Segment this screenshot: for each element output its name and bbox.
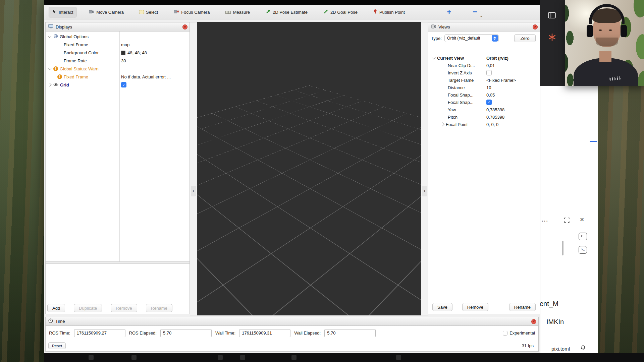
color-swatch[interactable]	[121, 51, 125, 55]
chevron-down-icon[interactable]	[48, 66, 51, 70]
scrollbar-thumb[interactable]	[562, 241, 564, 255]
row-value[interactable]: 0; 0; 0	[486, 122, 540, 127]
terminal-icon[interactable]	[579, 233, 587, 240]
view-row-near-clip[interactable]: Near Clip Di... 0,01	[428, 62, 540, 69]
view-row-focal-shape-size[interactable]: Focal Shap... 0,05	[428, 91, 540, 99]
tool-label: 2D Pose Estimate	[273, 10, 308, 15]
rename-view-button[interactable]: Rename	[509, 303, 536, 311]
tool-interact[interactable]: Interact	[49, 7, 76, 17]
row-label: Invert Z Axis	[448, 70, 472, 75]
close-icon[interactable]	[531, 319, 536, 324]
time-panel-titlebar[interactable]: Time	[46, 317, 538, 326]
row-value[interactable]: 10	[486, 85, 540, 90]
dock-icon[interactable]	[218, 355, 223, 360]
ros-time-field[interactable]: 1761150909.27	[74, 329, 125, 337]
close-icon[interactable]	[580, 216, 584, 223]
taskbar[interactable]	[44, 353, 644, 362]
combo-stepper-icon[interactable]	[492, 35, 498, 42]
red-asterisk-icon[interactable]	[548, 34, 556, 42]
displays-tree: Global Options Fixed Frame map Backgroun…	[46, 32, 190, 262]
terminal-icon[interactable]	[579, 246, 587, 254]
add-tool-button[interactable]	[445, 8, 453, 17]
tool-focus-camera[interactable]: Focus Camera	[170, 7, 213, 17]
remove-display-button[interactable]: Remove	[111, 304, 137, 312]
experimental-checkbox[interactable]	[503, 331, 507, 336]
tool-2d-goal-pose[interactable]: 2D Goal Pose	[320, 7, 361, 17]
tree-row-fixed-frame[interactable]: Fixed Frame map	[46, 41, 190, 49]
experimental-label: Experimental	[509, 330, 535, 336]
toolbar-overflow-chevron-icon[interactable]	[479, 14, 484, 18]
chevron-down-icon[interactable]	[48, 34, 51, 38]
chevron-right-icon[interactable]	[440, 122, 444, 126]
row-label: Near Clip Di...	[448, 63, 475, 68]
row-value[interactable]: 0,01	[486, 63, 540, 68]
rename-display-button[interactable]: Rename	[146, 304, 172, 312]
chevron-right-icon[interactable]	[48, 83, 51, 86]
tree-row-frame-rate[interactable]: Frame Rate 30	[46, 57, 190, 65]
zero-button[interactable]: Zero	[514, 34, 536, 42]
views-panel-titlebar[interactable]: Views	[428, 22, 540, 32]
dock-icon[interactable]	[89, 355, 94, 360]
dock-icon[interactable]	[131, 355, 137, 360]
left-panel-resize-strip[interactable]	[190, 22, 197, 315]
bell-icon[interactable]	[580, 345, 586, 352]
collapse-left-panel-button[interactable]	[191, 186, 196, 196]
view-row-target-frame[interactable]: Target Frame <Fixed Frame>	[428, 76, 540, 84]
close-icon[interactable]	[533, 24, 538, 29]
tree-row-background-color[interactable]: Background Color 48; 48; 48	[46, 49, 190, 57]
view-row-yaw[interactable]: Yaw 0,785398	[428, 106, 540, 113]
row-value[interactable]: map	[119, 42, 190, 47]
view-type-combobox[interactable]: Orbit (rviz_default	[444, 34, 499, 42]
add-display-button[interactable]: Add	[47, 304, 65, 312]
dock-icon[interactable]	[240, 355, 245, 360]
tree-row-global-status[interactable]: Global Status: Warn	[46, 65, 190, 73]
tool-move-camera[interactable]: Move Camera	[86, 7, 127, 17]
view-row-focal-shape-fixed[interactable]: Focal Shap...	[428, 99, 540, 106]
wall-elapsed-field[interactable]: 5.70	[324, 329, 376, 337]
tree-row-global-options[interactable]: Global Options	[46, 33, 190, 41]
grid-enabled-checkbox[interactable]	[121, 82, 126, 87]
tree-row-fixed-frame-warning[interactable]: Fixed Frame No tf data. Actual error: ..…	[46, 73, 190, 81]
displays-panel-titlebar[interactable]: Displays	[46, 22, 190, 32]
row-value[interactable]: 30	[119, 58, 190, 63]
view-row-invert-z[interactable]: Invert Z Axis	[428, 69, 540, 76]
ros-elapsed-field[interactable]: 5.70	[160, 329, 212, 337]
row-value[interactable]: 0,05	[486, 93, 540, 98]
dock-icon[interactable]	[396, 355, 401, 360]
duplicate-display-button[interactable]: Duplicate	[74, 304, 102, 312]
row-value[interactable]: 48; 48; 48	[127, 50, 147, 55]
tool-2d-pose-estimate[interactable]: 2D Pose Estimate	[262, 7, 311, 17]
invert-z-checkbox[interactable]	[486, 70, 492, 75]
tool-select[interactable]: Select	[136, 7, 161, 17]
chevron-down-icon[interactable]	[432, 56, 435, 59]
right-panel-resize-strip[interactable]	[421, 22, 428, 315]
wall-time-field[interactable]: 1761150909.31	[239, 329, 290, 337]
row-label: Target Frame	[448, 78, 474, 83]
remove-tool-button[interactable]	[471, 8, 479, 17]
row-label: Grid	[60, 82, 69, 87]
overflow-menu-icon[interactable]	[541, 217, 548, 225]
status-bar-filename[interactable]: pixi.toml	[551, 346, 570, 352]
close-icon[interactable]	[182, 24, 187, 29]
view-row-current-view[interactable]: Current View Orbit (rviz)	[428, 54, 540, 62]
clipped-text: IMKIn	[546, 318, 564, 326]
remove-view-button[interactable]: Remove	[462, 303, 488, 311]
focal-shape-checkbox[interactable]	[486, 100, 492, 105]
row-value[interactable]: 0,785398	[486, 107, 540, 112]
row-value[interactable]: 0,785398	[486, 115, 540, 120]
dock-icon[interactable]	[291, 355, 297, 360]
expand-icon[interactable]	[564, 217, 570, 225]
save-view-button[interactable]: Save	[432, 303, 452, 311]
3d-viewport[interactable]	[197, 22, 421, 315]
view-row-focal-point[interactable]: Focal Point 0; 0; 0	[428, 121, 540, 128]
collapse-right-panel-button[interactable]	[422, 186, 427, 196]
tool-publish-point[interactable]: Publish Point	[370, 7, 408, 17]
tool-measure[interactable]: Measure	[222, 7, 253, 17]
sidebar-layout-icon[interactable]	[548, 12, 556, 20]
row-value[interactable]: <Fixed Frame>	[486, 78, 540, 83]
row-label: Focal Shap...	[448, 93, 474, 98]
view-row-distance[interactable]: Distance 10	[428, 84, 540, 91]
reset-time-button[interactable]: Reset	[48, 342, 66, 349]
view-row-pitch[interactable]: Pitch 0,785398	[428, 113, 540, 121]
tree-row-grid[interactable]: Grid	[46, 81, 190, 89]
